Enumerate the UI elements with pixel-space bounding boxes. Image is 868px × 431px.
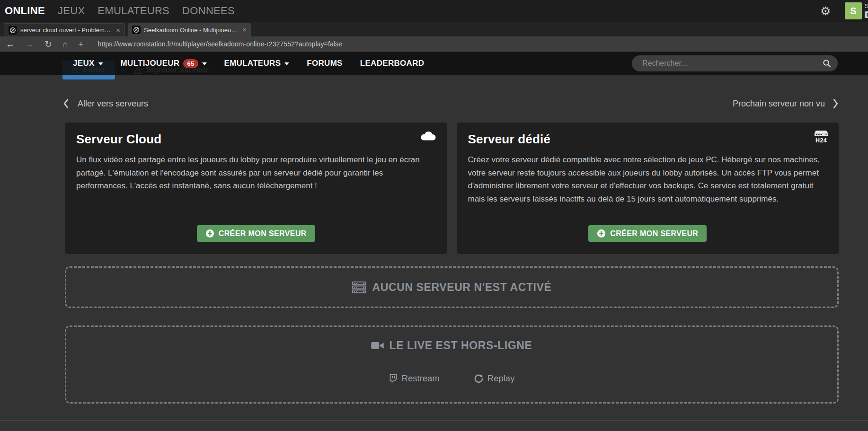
twitch-icon (389, 374, 398, 383)
cloud-icon (420, 130, 437, 141)
refresh-icon[interactable]: ↻ (44, 40, 52, 49)
back-icon[interactable]: ← (6, 40, 15, 49)
card-description: Un flux vidéo est partagé entre les joue… (76, 153, 436, 193)
replay-icon (474, 374, 483, 383)
create-server-button[interactable]: CRÉER MON SERVEUR (197, 225, 315, 242)
search-input[interactable] (632, 55, 823, 71)
user-info-clipped[interactable]: Se R (865, 2, 868, 18)
browser-tab-seelkadoom[interactable]: Seelkadoom Online - Multijoueur - Ro... … (128, 23, 251, 36)
user-badge-clipped: R (865, 11, 868, 18)
prev-servers-link[interactable]: Aller vers serveurs (63, 98, 839, 109)
server-cards-row: Serveur Cloud Un flux vidéo est partagé … (65, 123, 839, 254)
romstation-favicon-icon (132, 26, 141, 34)
home-icon[interactable]: ⌂ (62, 40, 68, 49)
chevron-right-icon (833, 98, 839, 109)
site-nav: JEUX MULTIJOUEUR 65 EMULATEURS FORUMS LE… (0, 52, 868, 75)
server-pager: Aller vers serveurs Prochain serveur non… (63, 98, 839, 113)
chevron-down-icon (98, 62, 103, 65)
divider (71, 363, 833, 363)
user-avatar[interactable]: S (845, 2, 862, 19)
card-serveur-dedie: Serveur dédié H24 Créez votre serveur dé… (457, 123, 839, 254)
chevron-down-icon (284, 62, 289, 65)
nav-item-leaderboard[interactable]: LEADERBOARD (360, 59, 425, 68)
menubar-item-emulateurs[interactable]: EMULATEURS (97, 5, 169, 17)
tab-close-icon[interactable]: × (116, 27, 120, 34)
plus-circle-icon (597, 229, 606, 238)
settings-gear-icon[interactable]: ⚙ (820, 4, 831, 18)
username-clipped: Se (865, 2, 868, 9)
card-description: Créez votre serveur dédié compatible ave… (468, 153, 828, 205)
search-box (632, 55, 838, 71)
tab-title: serveur cloud ouvert - Problèmes tec... (20, 26, 113, 34)
bottom-divider (0, 420, 868, 421)
forward-icon[interactable]: → (25, 40, 34, 49)
page-content: Éditer Signaler serveur JEUX MULTIJOUEUR… (0, 52, 868, 431)
tab-close-icon[interactable]: × (242, 26, 247, 33)
nav-item-jeux[interactable]: JEUX (73, 59, 103, 68)
search-icon[interactable] (823, 59, 831, 68)
no-server-message: AUCUN SERVEUR N'EST ACTIVÉ (372, 281, 552, 294)
replay-link[interactable]: Replay (474, 373, 515, 384)
card-serveur-cloud: Serveur Cloud Un flux vidéo est partagé … (65, 123, 447, 254)
romstation-favicon-icon (9, 26, 17, 35)
server-h24-icon: H24 (814, 130, 828, 144)
create-server-button[interactable]: CRÉER MON SERVEUR (588, 225, 707, 242)
browser-tabbar: serveur cloud ouvert - Problèmes tec... … (0, 22, 868, 36)
card-title: Serveur dédié (468, 132, 828, 147)
nav-item-forums[interactable]: FORUMS (307, 59, 342, 68)
app-menubar: ONLINE JEUX EMULATEURS DONNEES ⚙ S Se R (0, 0, 868, 22)
server-stack-icon (352, 281, 366, 293)
url-field[interactable]: https://www.romstation.fr/multiplayer/se… (98, 40, 342, 48)
menubar-item-jeux[interactable]: JEUX (58, 5, 85, 17)
multiplayer-count-badge: 65 (183, 59, 198, 68)
new-tab-icon[interactable]: + (78, 40, 83, 49)
live-offline-box: LE LIVE EST HORS-LIGNE Restream Replay (65, 325, 839, 404)
restream-link[interactable]: Restream (389, 373, 440, 384)
chevron-left-icon (63, 98, 69, 109)
browser-tab-problemes[interactable]: serveur cloud ouvert - Problèmes tec... … (4, 23, 125, 36)
nav-item-multijoueur[interactable]: MULTIJOUEUR 65 (121, 59, 207, 68)
chevron-down-icon (202, 62, 207, 65)
tab-title: Seelkadoom Online - Multijoueur - Ro... (144, 26, 239, 34)
nav-item-emulateurs[interactable]: EMULATEURS (224, 59, 290, 68)
live-offline-message: LE LIVE EST HORS-LIGNE (389, 339, 532, 352)
plus-circle-icon (205, 229, 214, 238)
menubar-divider (838, 4, 838, 18)
video-camera-icon (371, 341, 384, 350)
card-title: Serveur Cloud (76, 132, 436, 147)
browser-addressbar: ← → ↻ ⌂ + https://www.romstation.fr/mult… (0, 36, 868, 52)
menubar-item-donnees[interactable]: DONNEES (182, 5, 235, 17)
browser-window: ONLINE JEUX EMULATEURS DONNEES ⚙ S Se R … (0, 0, 868, 431)
h24-label: H24 (815, 137, 827, 144)
next-server-link[interactable]: Prochain serveur non vu (733, 98, 839, 109)
no-active-server-box: AUCUN SERVEUR N'EST ACTIVÉ (65, 266, 839, 308)
menubar-item-online[interactable]: ONLINE (5, 5, 45, 17)
